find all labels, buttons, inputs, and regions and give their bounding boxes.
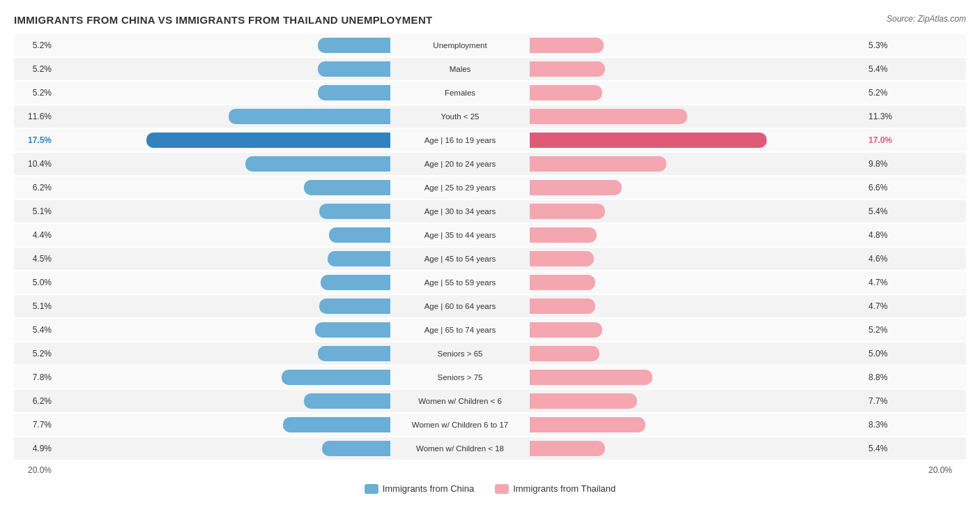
right-bar: [530, 61, 605, 77]
legend-thailand: Immigrants from Thailand: [495, 483, 615, 494]
right-bar-area: [530, 299, 864, 314]
right-bar-area: [530, 61, 864, 77]
bar-label: Seniors > 75: [390, 373, 530, 382]
right-bar: [530, 38, 604, 53]
right-bar-area: [530, 275, 864, 290]
left-value: 5.2%: [14, 349, 56, 359]
left-bar-area: [56, 275, 390, 290]
bar-label: Unemployment: [390, 41, 530, 50]
right-value: 11.3%: [864, 112, 906, 121]
right-bar: [530, 370, 652, 385]
bar-label: Women w/ Children < 18: [390, 444, 530, 453]
left-value: 4.5%: [14, 254, 56, 264]
right-value: 9.8%: [864, 159, 906, 169]
right-value: 4.7%: [864, 301, 906, 311]
left-bar: [229, 109, 390, 124]
bar-row: 4.9% Women w/ Children < 18 5.4%: [14, 437, 966, 460]
left-value: 5.4%: [14, 325, 56, 335]
bar-row: 5.1% Age | 60 to 64 years 4.7%: [14, 295, 966, 317]
bar-label: Seniors > 65: [390, 349, 530, 358]
right-value: 8.8%: [864, 372, 906, 382]
right-bar: [530, 275, 595, 290]
row-inner: 5.1% Age | 30 to 34 years 5.4%: [14, 200, 966, 222]
bar-row: 17.5% Age | 16 to 19 years 17.0%: [14, 129, 966, 151]
left-value: 17.5%: [14, 135, 56, 145]
right-bar-area: [530, 251, 864, 266]
right-bar: [530, 156, 666, 172]
right-bar: [530, 393, 637, 409]
right-bar: [530, 204, 605, 219]
left-bar: [315, 322, 390, 338]
row-inner: 17.5% Age | 16 to 19 years 17.0%: [14, 129, 966, 151]
left-bar: [318, 61, 390, 77]
right-value: 6.6%: [864, 183, 906, 193]
bar-row: 4.5% Age | 45 to 54 years 4.6%: [14, 248, 966, 270]
axis-row: 20.0% 20.0%: [14, 465, 966, 475]
left-value: 6.2%: [14, 183, 56, 193]
legend: Immigrants from China Immigrants from Th…: [14, 483, 966, 494]
left-bar-area: [56, 85, 390, 100]
left-bar: [283, 417, 390, 432]
right-bar-area: [530, 109, 864, 124]
row-inner: 10.4% Age | 20 to 24 years 9.8%: [14, 153, 966, 175]
right-value: 4.6%: [864, 254, 906, 264]
left-bar-area: [56, 227, 390, 243]
legend-thailand-color: [495, 484, 509, 494]
bar-label: Youth < 25: [390, 112, 530, 121]
bar-label: Age | 45 to 54 years: [390, 255, 530, 263]
chart-header: IMMIGRANTS FROM CHINA VS IMMIGRANTS FROM…: [14, 14, 966, 26]
row-inner: 5.2% Seniors > 65 5.0%: [14, 342, 966, 365]
right-bar: [530, 346, 599, 361]
right-bar-area: [530, 393, 864, 409]
left-value: 7.8%: [14, 372, 56, 382]
left-value: 5.0%: [14, 278, 56, 287]
left-bar-area: [56, 322, 390, 338]
row-inner: 4.9% Women w/ Children < 18 5.4%: [14, 437, 966, 460]
left-bar-area: [56, 251, 390, 266]
left-bar: [318, 85, 390, 100]
left-bar: [245, 156, 390, 172]
row-inner: 11.6% Youth < 25 11.3%: [14, 105, 966, 128]
left-bar: [329, 227, 390, 243]
bar-label: Age | 35 to 44 years: [390, 231, 530, 239]
chart-title: IMMIGRANTS FROM CHINA VS IMMIGRANTS FROM…: [14, 14, 433, 26]
left-value: 6.2%: [14, 396, 56, 406]
chart-container: IMMIGRANTS FROM CHINA VS IMMIGRANTS FROM…: [14, 14, 966, 494]
row-inner: 5.4% Age | 65 to 74 years 5.2%: [14, 319, 966, 341]
right-bar-area: [530, 417, 864, 432]
left-bar-area: [56, 38, 390, 53]
legend-thailand-label: Immigrants from Thailand: [513, 483, 615, 494]
right-bar: [530, 441, 605, 456]
right-bar-area: [530, 322, 864, 338]
left-value: 5.1%: [14, 301, 56, 311]
left-bar: [328, 251, 390, 266]
left-value: 4.9%: [14, 444, 56, 453]
bar-label: Age | 16 to 19 years: [390, 136, 530, 144]
bar-label: Age | 65 to 74 years: [390, 326, 530, 334]
right-bar-area: [530, 156, 864, 172]
left-bar: [319, 204, 390, 219]
row-inner: 4.4% Age | 35 to 44 years 4.8%: [14, 224, 966, 246]
right-bar: [530, 322, 602, 338]
left-bar-area: [56, 61, 390, 77]
row-inner: 6.2% Age | 25 to 29 years 6.6%: [14, 176, 966, 199]
left-value: 10.4%: [14, 159, 56, 169]
left-value: 5.2%: [14, 64, 56, 74]
bar-row: 5.2% Seniors > 65 5.0%: [14, 342, 966, 365]
left-bar: [322, 441, 390, 456]
right-value: 5.3%: [864, 40, 906, 50]
right-value: 7.7%: [864, 396, 906, 406]
bar-label: Males: [390, 65, 530, 73]
right-value: 5.4%: [864, 206, 906, 216]
bar-row: 7.8% Seniors > 75 8.8%: [14, 366, 966, 389]
left-value: 5.1%: [14, 206, 56, 216]
left-value: 7.7%: [14, 420, 56, 430]
right-bar: [530, 299, 595, 314]
left-bar-area: [56, 346, 390, 361]
right-value: 17.0%: [864, 135, 906, 145]
bar-row: 5.0% Age | 55 to 59 years 4.7%: [14, 271, 966, 294]
chart-source: Source: ZipAtlas.com: [887, 14, 966, 24]
left-bar-area: [56, 417, 390, 432]
bar-row: 6.2% Women w/ Children < 6 7.7%: [14, 390, 966, 412]
left-bar-area: [56, 204, 390, 219]
